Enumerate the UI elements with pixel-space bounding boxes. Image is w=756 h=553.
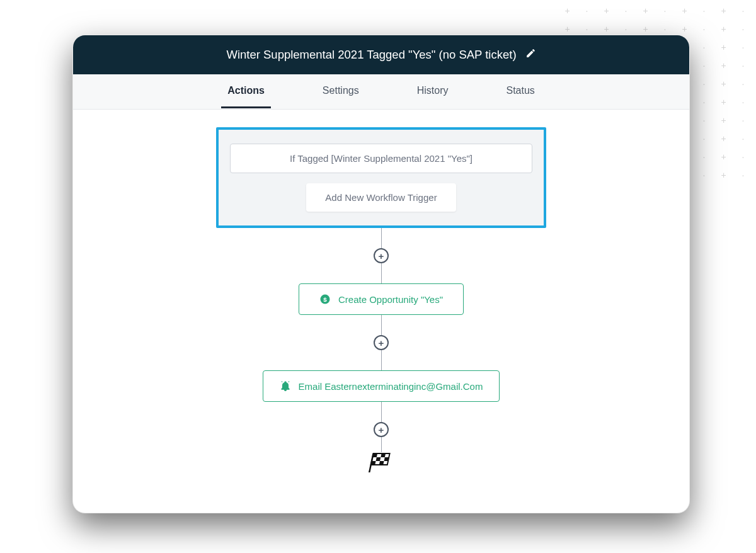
- svg-rect-8: [379, 461, 384, 465]
- tab-history[interactable]: History: [411, 75, 455, 108]
- workflow-canvas: If Tagged [Winter Supplemental 2021 "Yes…: [73, 110, 689, 495]
- svg-text:$: $: [323, 296, 327, 303]
- action-create-opportunity[interactable]: $ Create Opportunity "Yes": [299, 283, 464, 315]
- connector: [381, 263, 382, 283]
- svg-rect-6: [384, 457, 389, 461]
- header-bar: Winter Supplemental 2021 Tagged "Yes" (n…: [73, 35, 689, 74]
- trigger-section: If Tagged [Winter Supplemental 2021 "Yes…: [216, 127, 546, 228]
- connector: [381, 437, 382, 452]
- workflow-title: Winter Supplemental 2021 Tagged "Yes" (n…: [226, 48, 516, 62]
- tab-bar: Actions Settings History Status: [73, 74, 689, 110]
- connector: [381, 350, 382, 370]
- add-step-button[interactable]: +: [374, 422, 389, 437]
- finish-flag-icon: [369, 452, 394, 476]
- connector: [381, 228, 382, 248]
- app-window: Winter Supplemental 2021 Tagged "Yes" (n…: [72, 35, 690, 513]
- svg-rect-4: [381, 453, 386, 457]
- add-trigger-button[interactable]: Add New Workflow Trigger: [306, 183, 455, 212]
- dollar-icon: $: [319, 294, 331, 305]
- trigger-condition[interactable]: If Tagged [Winter Supplemental 2021 "Yes…: [230, 144, 532, 173]
- tab-settings[interactable]: Settings: [316, 75, 365, 108]
- add-step-button[interactable]: +: [374, 335, 389, 350]
- svg-rect-5: [376, 457, 381, 461]
- connector: [381, 402, 382, 422]
- tab-status[interactable]: Status: [500, 75, 541, 108]
- action-label: Email Easternexterminatinginc@Gmail.Com: [299, 381, 483, 392]
- bell-icon: [280, 380, 291, 392]
- edit-icon[interactable]: [525, 48, 536, 62]
- add-step-button[interactable]: +: [374, 248, 389, 263]
- action-email-notification[interactable]: Email Easternexterminatinginc@Gmail.Com: [263, 370, 500, 402]
- connector: [381, 315, 382, 335]
- action-label: Create Opportunity "Yes": [338, 294, 443, 305]
- tab-actions[interactable]: Actions: [221, 75, 271, 108]
